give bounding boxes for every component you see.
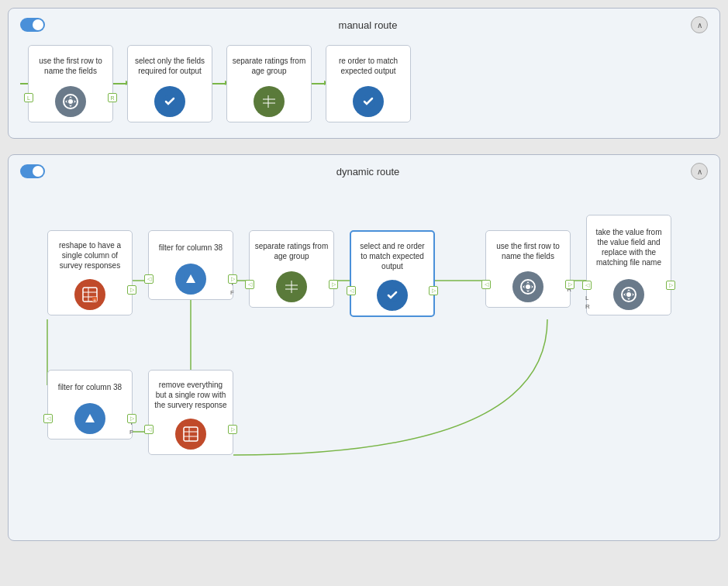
dynamic-node-4[interactable]: select and re order to match expected ou… [350,230,435,317]
svg-point-1 [68,99,73,104]
port-left-8: ◁ [144,425,154,434]
dynamic-node-5-label: use the first row to name the fields [491,236,565,267]
port-left-5: ◁ [481,280,491,289]
svg-text:+: + [93,298,96,303]
manual-node-3[interactable]: separate ratings from age group [226,45,312,122]
port-right-3: ▷ [329,280,338,289]
port-right-6: ▷ [666,281,675,290]
port-right-4: ▷ [429,286,438,295]
manual-node-4[interactable]: re order to match expected output [326,45,411,122]
dynamic-route-header: dynamic route ∧ [20,163,708,180]
manual-route-header: manual route ∧ [20,16,708,33]
manual-route-collapse[interactable]: ∧ [691,16,708,33]
dynamic-route-toggle[interactable] [20,164,45,178]
connector-1-2 [113,83,127,84]
dynamic-node-1-label: reshape to have a single column of surve… [53,236,127,274]
port-right-7: ▷ [127,414,136,423]
svg-point-41 [526,284,530,289]
blue-triangle-icon-7 [74,403,105,434]
manual-node-2[interactable]: select only the fields required for outp… [127,45,212,122]
svg-point-43 [626,292,631,297]
dynamic-node-5[interactable]: use the first row to name the fields R ◁… [485,230,571,308]
dynamic-node-2-label: filter for column 38 [159,236,223,259]
port-left-2: ◁ [144,274,154,284]
dynamic-node-7-label: filter for column 38 [58,375,122,398]
manual-nodes-row: L R use the first row to name the fields… [20,45,708,122]
red-table-icon-1: + [74,279,105,310]
dynamic-node-3[interactable]: separate ratings from age group ◁ ▷ [249,230,334,308]
port-left-3: ◁ [245,280,254,289]
check-icon-4 [353,86,384,117]
dynamic-node-8-label: remove everything but a single row with … [154,375,228,414]
port-R-1: R [108,93,117,102]
port-R-6: R [585,303,590,310]
port-F-2: F [230,289,234,296]
table-icon-3 [254,86,285,117]
svg-rect-3 [263,95,275,108]
dynamic-route-title: dynamic route [45,166,691,178]
connector-2-3 [212,83,226,84]
manual-route-container: manual route ∧ L R use the first row to … [8,8,720,139]
port-right-8: ▷ [228,425,237,434]
saw-icon-6 [613,279,644,310]
manual-node-1[interactable]: L R use the first row to name the fields [28,45,113,122]
dynamic-nodes-area: reshape to have a single column of surve… [20,191,708,525]
manual-node-1-label: use the first row to name the fields [33,50,108,81]
dynamic-node-4-label: select and re order to match expected ou… [356,236,429,275]
red-table-icon-8 [175,419,206,450]
manual-node-2-label: select only the fields required for outp… [133,50,207,81]
blue-triangle-icon-2: T F [175,264,206,295]
dynamic-node-6-label: take the value from the value field and … [592,220,666,274]
manual-route-toggle[interactable] [20,18,45,32]
port-left-7: ◁ [43,414,53,423]
port-F-7: F [129,429,133,436]
dynamic-node-7[interactable]: filter for column 38 T F ◁ ▷ [47,370,133,440]
manual-node-3-label: separate ratings from age group [232,50,306,81]
dynamic-node-6[interactable]: take the value from the value field and … [586,215,671,315]
port-right-1: ▷ [127,285,136,295]
dynamic-node-8[interactable]: remove everything but a single row with … [148,370,233,455]
dynamic-node-1[interactable]: reshape to have a single column of surve… [47,230,133,315]
saw-icon-1 [55,86,86,117]
dynamic-route-collapse[interactable]: ∧ [691,163,708,180]
saw-icon-5 [512,271,543,302]
dynamic-node-3-label: separate ratings from age group [254,236,329,267]
port-right-5: ▷ [565,280,574,289]
port-left-4: ◁ [347,286,356,295]
svg-text:F: F [189,283,192,288]
manual-route-title: manual route [45,19,691,31]
connector-3-4 [312,83,326,84]
check-icon-2 [154,86,185,117]
port-L-1: L [24,93,33,102]
port-L-6: L [585,295,588,302]
manual-node-4-label: re order to match expected output [331,50,405,81]
port-right-2: ▷ [228,274,237,284]
check-icon-4-dyn [377,280,408,311]
dynamic-node-2[interactable]: filter for column 38 T F T F ◁ ▷ [148,230,233,300]
svg-rect-46 [184,427,198,441]
dynamic-route-container: dynamic route ∧ [8,154,720,541]
green-table-icon-3 [276,271,307,302]
port-left-6: ◁ [582,281,592,290]
